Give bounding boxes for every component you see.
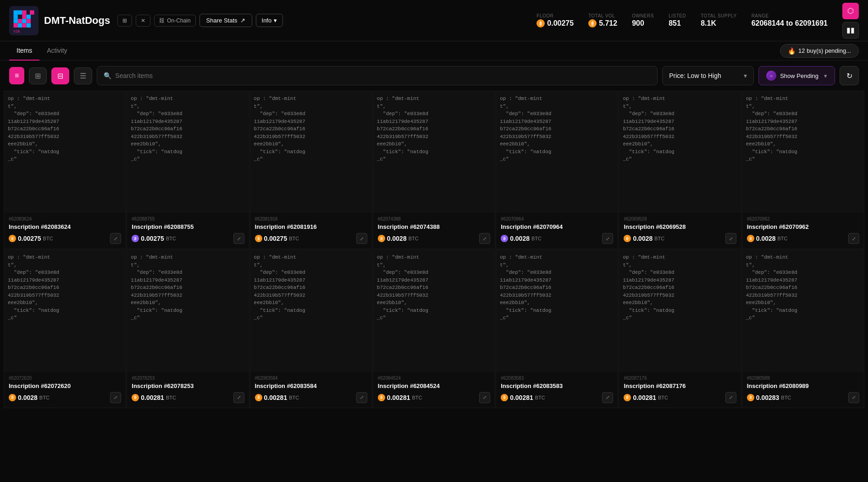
list-icon: ☰ (80, 72, 86, 80)
price-currency: BTC (781, 395, 791, 400)
nft-image: op : "dmt-mint t", "dep": "e033e8d 11ab1… (373, 91, 495, 213)
code-content: op : "dmt-mint t", "dep": "e033e8d 11ab1… (131, 95, 182, 163)
nft-card[interactable]: op : "dmt-mint t", "dep": "e033e8d 11ab1… (127, 249, 249, 408)
nft-card[interactable]: op : "dmt-mint t", "dep": "e033e8d 11ab1… (373, 249, 495, 408)
nft-info: #62081916 Inscription #62081916 ₿ 0.0027… (250, 213, 372, 249)
btc-price-icon: ₿ (501, 394, 508, 401)
share-stats-label: Share Stats (206, 17, 238, 24)
nft-image: op : "dmt-mint t", "dep": "e033e8d 11ab1… (4, 91, 126, 213)
nft-image: op : "dmt-mint t", "dep": "e033e8d 11ab1… (127, 91, 249, 213)
refresh-button[interactable]: ↻ (840, 66, 859, 85)
code-content: op : "dmt-mint t", "dep": "e033e8d 11ab1… (8, 254, 59, 322)
tab-items[interactable]: Items (9, 41, 39, 61)
btc-price-icon: ₿ (9, 394, 16, 401)
btc-icon-floor: ₿ (536, 19, 545, 28)
nft-price: ₿ 0.00275 BTC ⤢ (132, 233, 244, 244)
twitter-button[interactable]: ✕ (136, 15, 150, 27)
nft-image: op : "dmt-mint t", "dep": "e033e8d 11ab1… (127, 250, 249, 371)
svg-rect-15 (27, 23, 31, 27)
nft-id: #62084524 (378, 376, 490, 381)
nft-image: op : "dmt-mint t", "dep": "e033e8d 11ab1… (496, 250, 618, 371)
fullscreen-button[interactable]: ⤢ (725, 392, 736, 403)
nft-price: ₿ 0.00283 BTC ⤢ (747, 392, 859, 403)
share-icon: ↗ (240, 17, 245, 24)
nft-card[interactable]: op : "dmt-mint t", "dep": "e033e8d 11ab1… (127, 91, 249, 249)
nft-id: #62072620 (9, 376, 121, 381)
fullscreen-button[interactable]: ⤢ (356, 233, 367, 244)
fullscreen-button[interactable]: ⤢ (602, 392, 613, 403)
fullscreen-button[interactable]: ⤢ (848, 233, 859, 244)
search-input[interactable] (115, 72, 651, 79)
nft-price: ₿ 0.00275 BTC ⤢ (255, 233, 367, 244)
nft-card[interactable]: op : "dmt-mint t", "dep": "e033e8d 11ab1… (4, 249, 126, 408)
discord-button[interactable]: ⊞ (117, 15, 132, 27)
price-currency: BTC (289, 236, 299, 241)
fullscreen-button[interactable]: ⤢ (479, 233, 490, 244)
grid-large-button[interactable]: ⊟ (51, 67, 69, 84)
nft-id: #62083624 (9, 216, 121, 222)
svg-rect-12 (14, 23, 18, 27)
price-amount: 0.00275 (264, 235, 287, 242)
bar-chart-icon: ▮▮ (846, 26, 855, 34)
price-currency: BTC (535, 395, 545, 400)
nft-card[interactable]: op : "dmt-mint t", "dep": "e033e8d 11ab1… (496, 249, 618, 408)
discord-icon: ⊞ (122, 17, 127, 24)
nft-name: Inscription #62083624 (9, 223, 121, 230)
nft-info: #62083624 Inscription #62083624 ₿ 0.0027… (4, 213, 126, 249)
fullscreen-button[interactable]: ⤢ (233, 233, 244, 244)
fullscreen-button[interactable]: ⤢ (110, 233, 121, 244)
fullscreen-button[interactable]: ⤢ (110, 392, 121, 403)
onchain-button[interactable]: ⛓ On-Chain (154, 15, 195, 27)
activity-chart-button[interactable]: ⬡ (842, 3, 859, 19)
list-view-button[interactable]: ☰ (74, 67, 92, 84)
info-button[interactable]: Info ▾ (256, 14, 283, 27)
nft-card[interactable]: op : "dmt-mint t", "dep": "e033e8d 11ab1… (496, 91, 618, 249)
fire-icon: 🔥 (788, 47, 796, 55)
nft-name: Inscription #62081916 (255, 223, 367, 230)
price-amount: 0.00281 (141, 394, 164, 401)
stats-bar-button[interactable]: ▮▮ (842, 22, 859, 39)
show-pending-button[interactable]: ○ Show Pending ▾ (758, 66, 835, 85)
sort-dropdown[interactable]: Price: Low to High ▾ (662, 66, 754, 85)
nft-card[interactable]: op : "dmt-mint t", "dep": "e033e8d 11ab1… (619, 249, 741, 408)
nft-card[interactable]: op : "dmt-mint t", "dep": "e033e8d 11ab1… (619, 91, 741, 249)
chevron-down-icon-pending: ▾ (824, 72, 827, 79)
nft-card[interactable]: op : "dmt-mint t", "dep": "e033e8d 11ab1… (742, 91, 864, 249)
nft-info: #62069528 Inscription #62069528 ₿ 0.0028… (619, 213, 741, 249)
nft-price: ₿ 0.0028 BTC ⤢ (624, 233, 736, 244)
nft-card[interactable]: op : "dmt-mint t", "dep": "e033e8d 11ab1… (250, 91, 372, 249)
nft-image: op : "dmt-mint t", "dep": "e033e8d 11ab1… (373, 250, 495, 371)
nft-price: ₿ 0.00281 BTC ⤢ (255, 392, 367, 403)
code-content: op : "dmt-mint t", "dep": "e033e8d 11ab1… (131, 254, 182, 322)
code-content: op : "dmt-mint t", "dep": "e033e8d 11ab1… (623, 254, 674, 322)
fullscreen-button[interactable]: ⤢ (725, 233, 736, 244)
nft-card[interactable]: op : "dmt-mint t", "dep": "e033e8d 11ab1… (4, 91, 126, 249)
nft-price: ₿ 0.00281 BTC ⤢ (378, 392, 490, 403)
info-label: Info (262, 17, 272, 24)
tab-activity[interactable]: Activity (39, 41, 74, 61)
fullscreen-button[interactable]: ⤢ (479, 392, 490, 403)
svg-rect-8 (14, 19, 18, 23)
svg-rect-16 (30, 10, 34, 14)
price-amount: 0.00281 (387, 394, 410, 401)
share-stats-button[interactable]: Share Stats ↗ (199, 14, 252, 27)
pending-badge[interactable]: 🔥 12 buy(s) pending... (780, 44, 859, 58)
nft-card[interactable]: op : "dmt-mint t", "dep": "e033e8d 11ab1… (742, 249, 864, 408)
items-grid: op : "dmt-mint t", "dep": "e033e8d 11ab1… (0, 91, 868, 408)
price-amount: 0.0028 (510, 235, 530, 242)
fullscreen-button[interactable]: ⤢ (233, 392, 244, 403)
filter-button[interactable]: ≡ (9, 67, 24, 84)
nft-id: #62078253 (132, 376, 244, 381)
fullscreen-button[interactable]: ⤢ (602, 233, 613, 244)
nft-card[interactable]: op : "dmt-mint t", "dep": "e033e8d 11ab1… (250, 249, 372, 408)
nft-card[interactable]: op : "dmt-mint t", "dep": "e033e8d 11ab1… (373, 91, 495, 249)
fullscreen-button[interactable]: ⤢ (848, 392, 859, 403)
svg-rect-7 (27, 14, 31, 18)
code-content: op : "dmt-mint t", "dep": "e033e8d 11ab1… (500, 95, 551, 163)
btc-icon-vol: ₿ (588, 19, 597, 28)
nft-info: #62087176 Inscription #62087176 ₿ 0.0028… (619, 372, 741, 408)
svg-rect-14 (22, 23, 26, 27)
grid-small-button[interactable]: ⊞ (29, 67, 47, 84)
fullscreen-button[interactable]: ⤢ (356, 392, 367, 403)
stat-owners: OWNERS 900 (632, 13, 654, 28)
